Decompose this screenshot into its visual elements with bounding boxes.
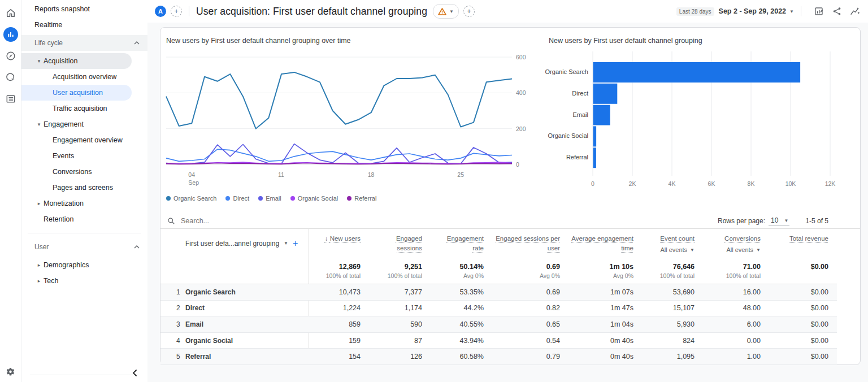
nav-label: Demographics <box>44 261 89 269</box>
column-header-average-engagement-time[interactable]: Average engagement time <box>560 229 633 258</box>
customize-report-icon[interactable] <box>811 4 826 19</box>
nav-demographics[interactable]: ▸ Demographics <box>21 257 147 273</box>
nav-conversions[interactable]: Conversions <box>21 164 147 180</box>
rows-per-page-value: 10 <box>771 216 778 224</box>
nav-acquisition-overview[interactable]: Acquisition overview <box>21 69 147 85</box>
chevron-left-icon <box>132 370 138 376</box>
column-header-conversions[interactable]: Conversions All events▼ <box>695 229 761 258</box>
date-range-picker[interactable]: Sep 2 - Sep 29, 2022 ▼ <box>719 7 794 15</box>
channel-name: Direct <box>185 304 309 312</box>
metric-cell: 0.82 <box>484 304 560 312</box>
search-icon <box>167 217 175 225</box>
rows-per-page-select[interactable]: 10 ▼ <box>769 216 789 226</box>
reports-icon[interactable] <box>0 25 21 44</box>
table-row[interactable]: 5 Referral 154 126 60.58% 0.79 0m 40s 1,… <box>160 349 837 365</box>
nav-traffic-acquisition[interactable]: Traffic acquisition <box>21 101 147 116</box>
channel-name: Referral <box>185 353 309 361</box>
table-row[interactable]: 3 Email 859 590 40.55% 0.65 1m 04s 5,930… <box>160 316 837 333</box>
ga4-user-acquisition-page: { "header": { "avatar_letter": "A", "tit… <box>0 0 868 382</box>
gear-icon-glyph <box>5 367 16 377</box>
nav-label: Traffic acquisition <box>53 105 107 112</box>
bar-referral <box>593 147 596 168</box>
add-comparison-button[interactable]: + <box>171 6 182 17</box>
y-axis-tick: 0 <box>516 161 519 168</box>
add-report-tab-button[interactable]: + <box>463 6 475 17</box>
metric-cell: 5,930 <box>633 320 695 328</box>
share-icon[interactable] <box>830 4 844 19</box>
collapse-nav-icon[interactable] <box>132 368 138 379</box>
sort-desc-icon: ↓ <box>325 235 330 242</box>
metric-cell: 60.58% <box>422 353 484 361</box>
column-header-event-count[interactable]: Event count All events▼ <box>633 229 695 258</box>
admin-gear-icon[interactable] <box>0 367 21 377</box>
legend-label: Referral <box>354 195 376 202</box>
metric-cell: 159 <box>309 337 361 345</box>
nav-events[interactable]: Events <box>21 148 147 164</box>
explore-icon[interactable] <box>0 46 21 66</box>
totals-cell: 0.69Avg 0% <box>484 258 560 284</box>
data-quality-button[interactable]: ▼ <box>433 4 459 19</box>
nav-label: User acquisition <box>53 89 103 97</box>
nav-engagement-overview[interactable]: Engagement overview <box>21 132 147 148</box>
row-number: 5 <box>160 353 185 361</box>
bar-category-label: Direct <box>520 90 588 97</box>
advertising-icon[interactable] <box>0 68 21 87</box>
nav-realtime[interactable]: Realtime <box>21 17 147 33</box>
metric-cell: 40.55% <box>422 320 484 328</box>
collapsed-arrow-icon: ▸ <box>34 201 44 206</box>
nav-label: Monetization <box>44 199 84 207</box>
nav-monetization[interactable]: ▸ Monetization <box>21 196 147 211</box>
column-header-engaged-sessions-per-user[interactable]: Engaged sessions per user <box>484 229 560 258</box>
nav-retention[interactable]: Retention <box>21 211 147 227</box>
bar-x-tick: 4K <box>661 180 683 187</box>
nav-section-life-cycle[interactable]: Life cycle <box>21 35 147 51</box>
nav-acquisition[interactable]: ▾ Acquisition <box>21 53 132 69</box>
collapsed-arrow-icon: ▸ <box>34 278 44 284</box>
metric-cell: 1m 07s <box>560 288 633 296</box>
line-chart-title: New users by First user default channel … <box>166 37 351 45</box>
library-icon[interactable] <box>0 89 21 108</box>
account-avatar[interactable]: A <box>155 6 166 17</box>
home-icon[interactable] <box>0 3 21 23</box>
insights-icon[interactable] <box>848 4 862 19</box>
column-header-total-revenue[interactable]: Total revenue <box>761 229 828 258</box>
search-input[interactable] <box>180 216 351 225</box>
table-row[interactable]: 1 Organic Search 10,473 7,377 53.35% 0.6… <box>160 284 837 301</box>
nav-label: Engagement <box>44 120 84 128</box>
column-label: Total revenue <box>789 234 828 244</box>
column-label: Event count <box>660 234 695 244</box>
legend-label: Organic Search <box>173 195 216 202</box>
metric-cell: 1,224 <box>309 304 361 312</box>
table-row[interactable]: 2 Direct 1,224 1,174 44.2% 0.82 1m 47s 1… <box>160 301 837 317</box>
edit-chart-icon-glyph <box>814 6 824 16</box>
caret-down-icon: ▼ <box>449 9 454 14</box>
dimension-header[interactable]: First user defa...annel grouping ▼ + <box>160 229 309 258</box>
dimension-header-label: First user defa...annel grouping <box>185 240 279 248</box>
bar-direct <box>593 84 618 104</box>
nav-label: Engagement overview <box>53 136 123 144</box>
column-header-new-users[interactable]: ↓ New users <box>309 229 361 258</box>
column-label: Average engagement time <box>568 234 633 253</box>
nav-engagement[interactable]: ▾ Engagement <box>21 116 147 132</box>
nav-section-user[interactable]: User <box>21 239 147 255</box>
line-series-direct <box>166 149 512 161</box>
caret-down-icon: ▼ <box>284 241 288 246</box>
metric-cell: 0.79 <box>484 353 560 361</box>
legend-item-referral: Referral <box>347 195 376 202</box>
bar-x-tick: 2K <box>621 180 644 187</box>
nav-reports-snapshot[interactable]: Reports snapshot <box>21 1 147 17</box>
event-count-filter[interactable]: All events▼ <box>660 246 695 255</box>
nav-pages-and-screens[interactable]: Pages and screens <box>21 180 147 196</box>
column-header-engaged-sessions[interactable]: Engaged sessions <box>361 229 422 258</box>
app-icon-rail <box>0 0 21 382</box>
report-card: New users by First user default channel … <box>160 27 861 365</box>
table-row[interactable]: 4 Organic Social 159 87 43.94% 0.54 0m 4… <box>160 333 837 349</box>
legend-dot <box>225 196 230 201</box>
nav-user-acquisition-selected[interactable]: User acquisition <box>21 85 132 101</box>
column-header-engagement-rate[interactable]: Engagement rate <box>422 229 484 258</box>
add-dimension-icon[interactable]: + <box>293 238 298 249</box>
nav-tech[interactable]: ▸ Tech <box>21 273 147 289</box>
expand-arrow-icon: ▾ <box>34 121 44 127</box>
channel-name: Email <box>185 320 309 328</box>
conversions-filter[interactable]: All events▼ <box>726 246 761 255</box>
